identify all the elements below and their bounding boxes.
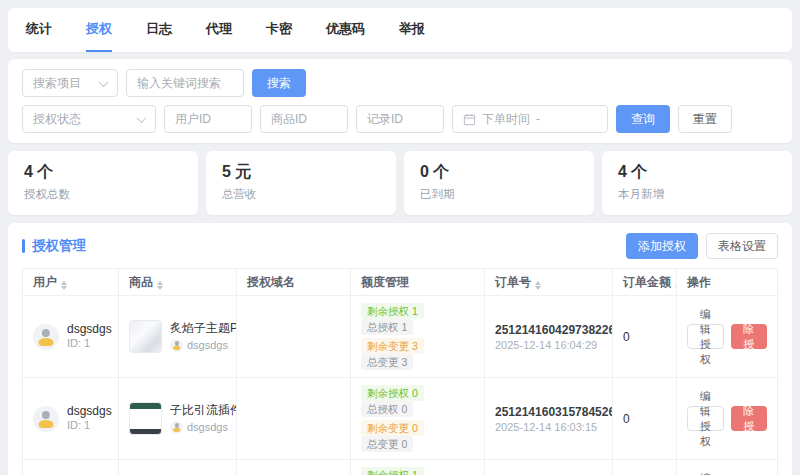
column-header-amount[interactable]: 订单金额 (613, 269, 677, 296)
quota-cell: 剩余授权 0总授权 0 剩余变更 0总变更 0 (351, 378, 485, 460)
total-change-badge: 总变更 0 (361, 436, 413, 452)
add-authorization-button[interactable]: 添加授权 (626, 233, 698, 259)
domain-cell (237, 296, 351, 378)
product-thumbnail (129, 402, 162, 435)
filter-row-2: 授权状态 下单时间 - 查询 重置 (22, 105, 778, 133)
record-id-input[interactable] (356, 105, 444, 133)
remaining-change-badge: 剩余变更 3 (361, 338, 424, 354)
reset-button[interactable]: 重置 (678, 105, 732, 133)
query-button[interactable]: 查询 (616, 105, 670, 133)
user-id: ID: 1 (67, 337, 112, 351)
remaining-auth-badge: 剩余授权 1 (361, 467, 424, 475)
calendar-icon (463, 113, 476, 126)
page: 统计 授权 日志 代理 卡密 优惠码 举报 搜索项目 搜索 授权状态 (0, 0, 800, 475)
product-cell: 炙焰子主题（停更） dsgsdgs (119, 460, 237, 475)
tab-authorization[interactable]: 授权 (86, 8, 112, 52)
user-name: dsgsdgs (67, 404, 112, 419)
delete-authorization-button[interactable]: 删除授权 (731, 406, 768, 431)
user-cell: dsgsdgs ID: 1 (23, 378, 119, 460)
user-id: ID: 1 (67, 419, 112, 433)
filter-panel: 搜索项目 搜索 授权状态 (8, 59, 792, 143)
page-title: 授权管理 (32, 237, 86, 255)
order-cell: 2512141603157845269 2025-12-14 16:03:15 (485, 378, 613, 460)
product-name: 子比引流插件 (170, 403, 237, 419)
table-header-row: 用户 商品 授权域名 额度管理 订单号 订单金额 操作 (23, 269, 778, 296)
edit-authorization-button[interactable]: 编辑授权 (687, 406, 724, 431)
tab-statistics[interactable]: 统计 (26, 8, 52, 52)
edit-authorization-button[interactable]: 编辑授权 (687, 324, 724, 349)
product-cell: 子比引流插件 dsgsdgs (119, 378, 237, 460)
title-accent-bar (22, 239, 25, 253)
owner-avatar (170, 421, 183, 434)
tab-reports[interactable]: 举报 (399, 8, 425, 52)
order-time: 2025-12-14 16:04:29 (495, 339, 602, 351)
order-cell: 2512141602396190610 2025-12-14 16:02:39 (485, 460, 613, 475)
order-cell: 2512141604297382266 2025-12-14 16:04:29 (485, 296, 613, 378)
quota-cell: 剩余授权 1总授权 1 剩余变更 3总变更 3 (351, 296, 485, 378)
date-range-placeholder: 下单时间 (482, 111, 530, 128)
amount-cell: 0 (613, 296, 677, 378)
tab-coupons[interactable]: 优惠码 (326, 8, 365, 52)
remaining-change-badge: 剩余变更 0 (361, 420, 424, 436)
tab-card-keys[interactable]: 卡密 (266, 8, 292, 52)
domain-cell (237, 378, 351, 460)
column-header-user[interactable]: 用户 (23, 269, 119, 296)
delete-authorization-button[interactable]: 删除授权 (731, 324, 768, 349)
column-header-quota: 额度管理 (351, 269, 485, 296)
stat-card-revenue: 5 元 总营收 (206, 151, 396, 215)
stat-label: 总营收 (222, 187, 380, 202)
auth-status-select[interactable]: 授权状态 (22, 105, 156, 133)
user-name: dsgsdgs (67, 322, 112, 337)
table-row: dsgsdgs ID: 1 子比引流插件 dsgsdgs (23, 378, 778, 460)
stats-row: 4 个 授权总数 5 元 总营收 0 个 已到期 4 个 本月新增 (8, 151, 792, 215)
authorization-panel: 授权管理 添加授权 表格设置 用户 商品 授权域名 额度管理 订单号 订单金额 … (8, 223, 792, 475)
panel-header: 授权管理 添加授权 表格设置 (22, 233, 778, 259)
product-name: 炙焰子主题PRO (170, 321, 237, 337)
date-range-separator: - (536, 112, 540, 126)
keyword-input[interactable] (126, 69, 244, 97)
actions-cell: 编辑授权 删除授权 (677, 460, 778, 475)
column-header-product[interactable]: 商品 (119, 269, 237, 296)
sort-icon[interactable] (535, 281, 541, 290)
search-project-select-value: 搜索项目 (33, 75, 81, 92)
table-row: dsgsdgs ID: 1 炙焰子主题（停更） dsgsdgs (23, 460, 778, 475)
sort-icon[interactable] (61, 281, 67, 290)
stat-label: 已到期 (420, 187, 578, 202)
order-number: 2512141603157845269 (495, 405, 602, 419)
table-settings-button[interactable]: 表格设置 (706, 233, 778, 259)
domain-cell (237, 460, 351, 475)
column-header-order[interactable]: 订单号 (485, 269, 613, 296)
user-cell: dsgsdgs ID: 1 (23, 460, 119, 475)
chevron-down-icon (137, 113, 147, 123)
sort-icon[interactable] (157, 281, 163, 290)
product-thumbnail (129, 320, 162, 353)
order-time: 2025-12-14 16:03:15 (495, 421, 602, 433)
panel-actions: 添加授权 表格设置 (626, 233, 778, 259)
stat-label: 本月新增 (618, 187, 776, 202)
tab-logs[interactable]: 日志 (146, 8, 172, 52)
product-id-input[interactable] (260, 105, 348, 133)
total-auth-badge: 总授权 0 (361, 401, 413, 417)
stat-label: 授权总数 (24, 187, 182, 202)
order-date-range-picker[interactable]: 下单时间 - (452, 105, 608, 133)
stat-card-new-this-month: 4 个 本月新增 (602, 151, 792, 215)
product-owner: dsgsdgs (187, 421, 228, 433)
chevron-down-icon (99, 77, 109, 87)
product-owner: dsgsdgs (187, 339, 228, 351)
amount-cell: 0 (613, 460, 677, 475)
search-project-select[interactable]: 搜索项目 (22, 69, 118, 97)
actions-cell: 编辑授权 删除授权 (677, 378, 778, 460)
tab-bar: 统计 授权 日志 代理 卡密 优惠码 举报 (8, 8, 792, 52)
stat-value: 4 个 (618, 162, 776, 183)
order-number: 2512141604297382266 (495, 323, 602, 337)
panel-title-wrap: 授权管理 (22, 237, 86, 255)
user-avatar (33, 406, 59, 432)
user-cell: dsgsdgs ID: 1 (23, 296, 119, 378)
tab-agents[interactable]: 代理 (206, 8, 232, 52)
auth-status-select-value: 授权状态 (33, 111, 81, 128)
search-button[interactable]: 搜索 (252, 69, 306, 97)
column-header-actions: 操作 (677, 269, 778, 296)
owner-avatar (170, 339, 183, 352)
remaining-auth-badge: 剩余授权 0 (361, 385, 424, 401)
user-id-input[interactable] (164, 105, 252, 133)
